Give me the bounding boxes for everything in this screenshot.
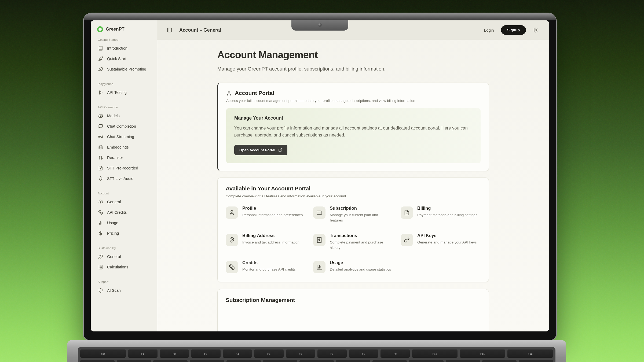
user-icon bbox=[226, 206, 238, 219]
laptop-key: F4 bbox=[223, 349, 252, 358]
sidebar-item-api-credits[interactable]: API Credits bbox=[97, 207, 152, 217]
layers-icon bbox=[98, 145, 103, 150]
sidebar-item-label: Sustainable Prompting bbox=[107, 67, 146, 71]
manage-account-panel: Manage Your Account You can change your … bbox=[226, 108, 481, 163]
laptop-key: 4 bbox=[226, 360, 261, 362]
page-title: Account Management bbox=[217, 49, 489, 61]
feature-title: Transactions bbox=[330, 233, 392, 238]
sidebar-item-calculations[interactable]: Calculations bbox=[97, 262, 152, 272]
sidebar-item-general[interactable]: General bbox=[97, 251, 152, 262]
laptop-mockup: GreenPT Getting StartedIntroductionQuick… bbox=[0, 0, 644, 362]
laptop-key: 8 bbox=[372, 360, 407, 362]
sidebar-item-label: General bbox=[107, 200, 121, 204]
key-icon bbox=[401, 234, 413, 246]
mic-icon bbox=[98, 176, 103, 181]
laptop-key: F8 bbox=[349, 349, 378, 358]
sidebar-item-stt-pre-recorded[interactable]: STT Pre-recorded bbox=[97, 163, 152, 173]
laptop-key: F3 bbox=[191, 349, 221, 358]
laptop-key: 6 bbox=[299, 360, 334, 362]
sidebar-item-label: Pricing bbox=[107, 231, 119, 235]
laptop-key: 1 bbox=[117, 360, 151, 362]
audio-file-icon bbox=[98, 166, 103, 171]
receipt-icon bbox=[313, 234, 325, 246]
subscription-management-title: Subscription Management bbox=[226, 297, 481, 303]
sidebar-item-pricing[interactable]: Pricing bbox=[97, 228, 152, 238]
laptop-key: F9 bbox=[380, 349, 410, 358]
sidebar-item-label: Chat Completion bbox=[107, 124, 136, 128]
sidebar-item-stt-live-audio[interactable]: STT Live Audio bbox=[97, 173, 152, 184]
feature-transactions: TransactionsComplete payment and purchas… bbox=[313, 233, 393, 251]
laptop-bezel bbox=[84, 13, 556, 20]
main-area: Account – General Login Signup Account M… bbox=[157, 20, 549, 331]
sidebar-item-label: API Testing bbox=[107, 90, 127, 95]
laptop-key: 3 bbox=[190, 360, 224, 362]
open-account-portal-label: Open Account Portal bbox=[239, 148, 275, 152]
laptop-deck: escF1F2F3F4F5F6F7F8F9F10F11F12~123456789… bbox=[67, 340, 566, 362]
laptop-key: F7 bbox=[317, 349, 347, 358]
user-icon bbox=[226, 90, 232, 96]
feature-description: Detailed analytics and usage statistics bbox=[330, 267, 391, 272]
sidebar-item-quick-start[interactable]: Quick Start bbox=[97, 53, 152, 64]
sidebar-item-api-testing[interactable]: API Testing bbox=[97, 87, 152, 98]
panel-left-icon[interactable] bbox=[167, 27, 172, 33]
feature-credits: CreditsMonitor and purchase API credits bbox=[226, 260, 306, 273]
feature-api-keys: API KeysGenerate and manage your API key… bbox=[401, 233, 481, 251]
file-text-icon bbox=[401, 206, 413, 219]
sidebar-item-usage[interactable]: Usage bbox=[97, 217, 152, 228]
open-account-portal-button[interactable]: Open Account Portal bbox=[234, 145, 287, 155]
laptop-key: F11 bbox=[460, 349, 505, 358]
subscription-management-card: Subscription Management bbox=[217, 289, 489, 331]
sidebar-item-chat-completion[interactable]: Chat Completion bbox=[97, 121, 152, 131]
account-portal-card: Account Portal Access your full account … bbox=[217, 83, 489, 171]
sidebar-item-label: Usage bbox=[107, 221, 118, 225]
sidebar-item-sustainable-prompting[interactable]: Sustainable Prompting bbox=[97, 64, 152, 74]
sidebar-item-chat-streaming[interactable]: Chat Streaming bbox=[97, 131, 152, 142]
sidebar-item-reranker[interactable]: Reranker bbox=[97, 152, 152, 163]
laptop-key: 7 bbox=[336, 360, 370, 362]
account-portal-description: Access your full account management port… bbox=[226, 99, 481, 103]
topbar-title: Account – General bbox=[179, 27, 221, 33]
laptop-key: esc bbox=[80, 349, 126, 358]
feature-description: Complete payment and purchase history bbox=[330, 240, 392, 251]
sidebar-item-label: Reranker bbox=[107, 156, 123, 160]
sidebar-item-label: Models bbox=[107, 114, 120, 118]
sidebar-item-models[interactable]: Models bbox=[97, 110, 152, 121]
laptop-key: F5 bbox=[254, 349, 284, 358]
sidebar-section-label: Getting Started bbox=[98, 38, 152, 41]
app-window: GreenPT Getting StartedIntroductionQuick… bbox=[91, 20, 549, 331]
feature-title: API Keys bbox=[417, 233, 477, 238]
feature-billing: BillingPayment methods and billing setti… bbox=[401, 206, 481, 223]
laptop-key: 5 bbox=[263, 360, 297, 362]
features-card-subtitle: Complete overview of all features and in… bbox=[226, 194, 481, 198]
sidebar-item-ai-scan[interactable]: AI Scan bbox=[97, 285, 152, 295]
sidebar: GreenPT Getting StartedIntroductionQuick… bbox=[91, 20, 157, 331]
login-link[interactable]: Login bbox=[484, 28, 494, 32]
page-subtitle: Manage your GreenPT account profile, sub… bbox=[217, 66, 489, 72]
feature-description: Invoice and tax address information bbox=[242, 240, 299, 245]
chart-icon bbox=[313, 261, 325, 273]
laptop-key: F12 bbox=[507, 349, 553, 358]
feature-title: Billing Address bbox=[242, 233, 299, 238]
laptop-key: ~ bbox=[80, 360, 115, 362]
sidebar-item-general[interactable]: General bbox=[97, 197, 152, 207]
greenpt-logo[interactable]: GreenPT bbox=[97, 26, 152, 32]
feature-usage: UsageDetailed analytics and usage statis… bbox=[313, 260, 393, 273]
sidebar-item-label: STT Pre-recorded bbox=[107, 166, 138, 170]
sidebar-item-label: General bbox=[107, 254, 121, 259]
laptop-key: 2 bbox=[153, 360, 188, 362]
calculator-icon bbox=[98, 265, 103, 269]
sidebar-item-label: Calculations bbox=[107, 265, 128, 269]
feature-description: Manage your current plan and features bbox=[330, 212, 392, 223]
signup-button[interactable]: Signup bbox=[501, 25, 526, 35]
coins-icon bbox=[98, 210, 103, 215]
sidebar-item-label: AI Scan bbox=[107, 288, 121, 293]
sidebar-item-introduction[interactable]: Introduction bbox=[97, 43, 152, 53]
theme-toggle-sun-icon[interactable] bbox=[533, 27, 538, 33]
sidebar-item-embeddings[interactable]: Embeddings bbox=[97, 142, 152, 152]
laptop-key: 9 bbox=[409, 360, 443, 362]
logo-text: GreenPT bbox=[106, 27, 124, 32]
feature-title: Subscription bbox=[330, 206, 392, 211]
credit-card-icon bbox=[313, 206, 325, 219]
greenpt-logo-icon bbox=[97, 26, 103, 32]
signal-icon bbox=[98, 134, 103, 139]
